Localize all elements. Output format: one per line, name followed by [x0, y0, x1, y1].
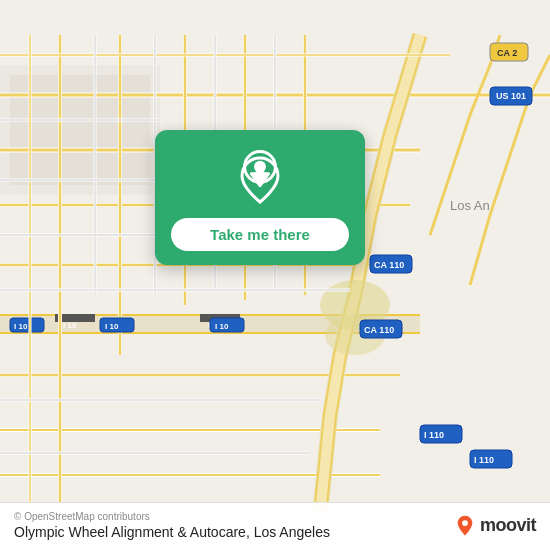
moovit-brand-text: moovit — [480, 515, 536, 536]
svg-text:I 110: I 110 — [474, 455, 494, 465]
osm-attribution: © OpenStreetMap contributors — [14, 511, 330, 522]
svg-text:I 10: I 10 — [63, 321, 77, 330]
take-me-there-button[interactable]: Take me there — [171, 218, 349, 251]
map-roads: I 10 I 10 CA 2 — [0, 0, 550, 550]
location-name: Olympic Wheel Alignment & Autocare, Los … — [14, 524, 330, 540]
svg-text:US 101: US 101 — [496, 91, 526, 101]
svg-text:I 10: I 10 — [105, 322, 119, 331]
moovit-pin-icon — [454, 515, 476, 537]
svg-text:CA 2: CA 2 — [497, 48, 517, 58]
svg-point-83 — [462, 520, 468, 526]
svg-text:Los An: Los An — [450, 198, 490, 213]
bottom-bar: © OpenStreetMap contributors Olympic Whe… — [0, 502, 550, 550]
action-card: Take me there — [155, 130, 365, 265]
svg-text:I 10: I 10 — [14, 322, 28, 331]
bottom-info: © OpenStreetMap contributors Olympic Whe… — [14, 511, 330, 540]
map-container: I 10 I 10 CA 2 — [0, 0, 550, 550]
svg-text:CA 110: CA 110 — [374, 260, 404, 270]
location-pin-icon — [238, 156, 282, 206]
svg-text:CA 110: CA 110 — [364, 325, 394, 335]
moovit-logo: moovit — [454, 515, 536, 537]
svg-text:I 110: I 110 — [424, 430, 444, 440]
svg-text:I 10: I 10 — [215, 322, 229, 331]
svg-point-82 — [254, 170, 266, 182]
